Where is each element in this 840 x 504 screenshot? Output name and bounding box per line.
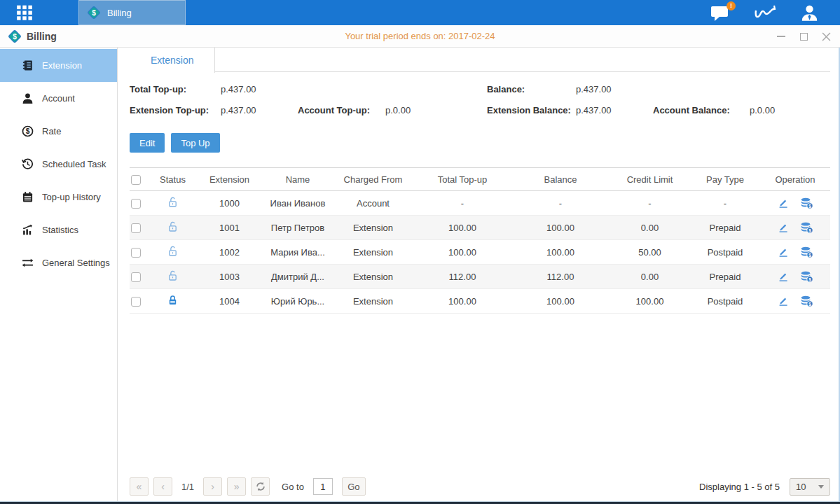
sidebar-item-topup-history[interactable]: Top-up History [0,181,117,214]
lock-open-icon[interactable] [167,196,178,208]
edit-button[interactable]: Edit [130,133,165,153]
topup-coins-icon[interactable]: $ [800,197,813,209]
account-balance-value: p.0.00 [750,105,775,115]
row-checkbox[interactable] [131,272,141,282]
row-checkbox[interactable] [131,223,141,233]
extension-topup-value: p.437.00 [221,105,298,115]
cell-balance: 100.00 [511,296,610,307]
cell-name: Дмитрий Д... [263,272,333,282]
lock-open-icon[interactable] [167,220,178,232]
edit-icon[interactable] [778,197,789,209]
go-button[interactable]: Go [342,477,366,496]
user-icon[interactable] [800,4,819,22]
window-title-bar: $ Billing Your trial period ends on: 201… [0,25,840,48]
row-checkbox[interactable] [131,199,141,209]
topup-coins-icon[interactable]: $ [800,222,813,234]
svg-text:$: $ [808,276,811,282]
col-name: Name [263,174,333,185]
cell-total-topup: 112.00 [413,272,511,282]
sidebar-item-label: Account [42,93,75,104]
sidebar-item-label: Extension [42,60,82,71]
main-content: Extension Total Top-up: p.437.00 Extensi… [118,48,840,504]
cell-extension: 1002 [196,247,263,258]
sidebar-item-account[interactable]: Account [0,82,117,115]
sidebar-item-rate[interactable]: $ Rate [0,115,117,148]
stats-chart-icon [21,224,34,236]
svg-text:$: $ [808,301,811,307]
cell-extension: 1003 [196,272,263,282]
sidebar: Extension Account $ Rate Scheduled Task … [0,48,118,504]
cell-pay-type: - [690,198,760,209]
last-page-button[interactable]: » [227,477,246,496]
cell-credit-limit: 0.00 [610,272,690,282]
cell-balance: 112.00 [511,272,610,282]
calendar-icon [21,191,34,203]
sidebar-item-general-settings[interactable]: General Settings [0,246,117,279]
total-topup-label: Total Top-up: [130,84,221,94]
close-icon[interactable] [820,31,832,42]
cell-charged-from: Extension [333,296,413,307]
sidebar-item-label: Scheduled Task [42,159,106,169]
lock-open-icon[interactable] [167,270,178,281]
sidebar-item-label: Rate [42,126,61,136]
sidebar-item-extension[interactable]: Extension [0,49,117,82]
sidebar-item-label: Statistics [42,225,78,235]
extension-topup-label: Extension Top-up: [130,105,221,115]
edit-icon[interactable] [778,222,789,233]
table-row: 1000Иван ИвановAccount----$ [130,191,830,216]
balance-value: p.437.00 [576,84,612,94]
topup-coins-icon[interactable]: $ [800,271,813,283]
cell-total-topup: 100.00 [413,296,511,307]
chart-icon[interactable] [754,4,776,21]
tab-extension[interactable]: Extension [130,48,215,73]
dollar-circle-icon: $ [21,125,34,137]
displaying-text: Displaying 1 - 5 of 5 [699,482,780,492]
sidebar-item-statistics[interactable]: Statistics [0,214,117,246]
sidebar-item-scheduled-task[interactable]: Scheduled Task [0,148,117,181]
cell-credit-limit: 50.00 [610,247,690,258]
account-topup-label: Account Top-up: [298,105,385,115]
chevron-down-icon [818,485,824,489]
notification-badge: ! [727,1,736,10]
next-page-button[interactable]: › [203,477,222,496]
chat-icon[interactable]: ! [710,4,730,22]
lock-open-icon[interactable] [167,245,178,257]
table-footer: « ‹ 1/1 › » Go to Go Displaying 1 - 5 of… [130,477,830,496]
goto-page-input[interactable] [313,478,333,495]
top-up-button[interactable]: Top Up [171,133,219,153]
col-status: Status [149,174,196,185]
cell-balance: 100.00 [511,247,610,258]
edit-icon[interactable] [778,295,789,307]
minimize-icon[interactable] [776,31,787,42]
topup-coins-icon[interactable]: $ [800,246,813,258]
edit-icon[interactable] [778,246,789,258]
pagination: « ‹ 1/1 › » Go to Go [130,477,366,496]
app-tab-billing[interactable]: $ Billing [78,0,186,25]
col-extension: Extension [196,174,263,185]
lock-closed-icon[interactable] [167,294,178,306]
cell-name: Мария Ива... [263,247,333,258]
tab-bar: Extension [130,48,830,72]
prev-page-button[interactable]: ‹ [153,477,172,496]
topup-coins-icon[interactable]: $ [800,295,813,307]
cell-charged-from: Extension [333,272,413,282]
trial-notice: Your trial period ends on: 2017-02-24 [0,31,840,41]
row-checkbox[interactable] [131,297,141,307]
tab-label: Extension [151,55,193,66]
maximize-icon[interactable] [798,31,809,42]
first-page-button[interactable]: « [130,477,149,496]
row-checkbox[interactable] [131,248,141,258]
cell-extension: 1004 [196,296,263,307]
col-total-topup: Total Top-up [413,174,511,185]
cell-pay-type: Prepaid [690,272,760,282]
ledger-icon [21,59,34,71]
refresh-button[interactable] [251,477,270,496]
cell-charged-from: Account [333,198,413,209]
apps-grid-icon[interactable] [0,0,49,25]
page-size-select[interactable]: 10 [790,478,830,496]
edit-icon[interactable] [778,271,789,282]
cell-total-topup: 100.00 [413,247,511,258]
total-topup-value: p.437.00 [221,84,256,94]
cell-name: Петр Петров [263,223,333,233]
select-all-checkbox[interactable] [131,175,141,185]
